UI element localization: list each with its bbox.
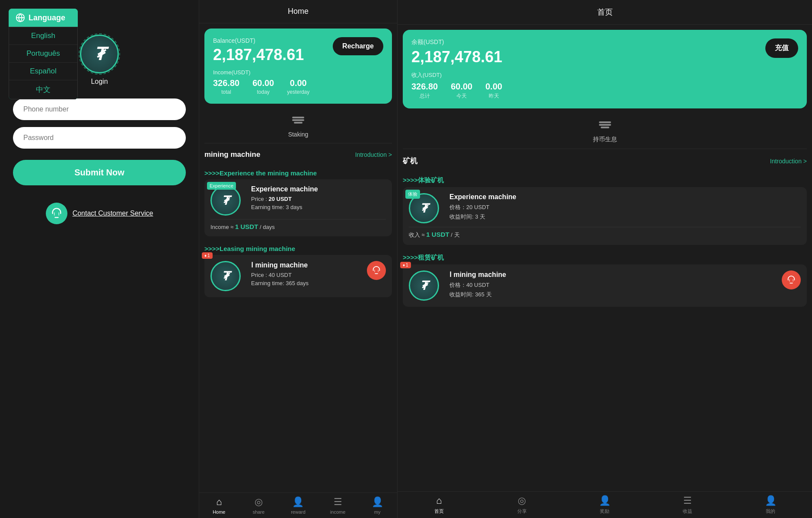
experience-machine-price: Price : 20 USDT [251,196,386,202]
right-leasing-machine-coin: ₮ [409,270,439,301]
mining-intro-link[interactable]: Introduction > [355,151,392,158]
customer-service-text[interactable]: Contact Customer Service [73,210,153,217]
right-income-yesterday: 0.00 昨天 [485,82,502,100]
nav-home-label: Home [213,509,225,515]
leasing-machine-price: Price : 40 USDT [251,272,386,278]
right-experience-machine-logo-wrap: 体验 ₮ [409,193,443,223]
home-icon: ⌂ [216,496,222,508]
staking-section[interactable]: Staking [204,109,392,143]
experience-machine-income: Income ≈ 1 USDT / days [210,219,386,230]
login-form: Submit Now [9,99,190,185]
leasing-machine-card[interactable]: ♦ 1 ₮ Ⅰ mining machine Price : 40 USDT E… [204,255,392,297]
right-leasing-machine-name: Ⅰ mining machine [449,270,801,279]
right-bottom-nav: ⌂ 首页 ◎ 分享 👤 奖励 ☰ 收益 👤 我的 [398,491,812,518]
lang-english[interactable]: English [9,27,77,45]
submit-button[interactable]: Submit Now [13,160,186,185]
right-balance-label: 余额(USDT) [411,38,798,46]
svg-rect-6 [599,124,611,126]
leasing-machine-info: Ⅰ mining machine Price : 40 USDT Earning… [251,261,386,288]
right-mining-intro-link[interactable]: Introduction > [770,158,807,165]
right-income-total: 326.80 总计 [411,82,438,100]
lang-spanish[interactable]: Español [9,63,77,80]
nav-income[interactable]: ☰ income [318,496,358,515]
lang-portuguese[interactable]: Português [9,45,77,63]
right-income-stats: 326.80 总计 60.00 今天 0.00 昨天 [411,82,798,100]
right-recharge-button[interactable]: 充值 [765,38,798,58]
leasing-machine-section: >>>>Leasing mining machine ♦ 1 ₮ Ⅰ minin… [204,242,392,297]
experience-machine-name: Experience machine [251,185,386,193]
nav-my-label: my [374,509,381,515]
right-nav-share[interactable]: ◎ 分享 [481,495,564,515]
right-experience-machine-card[interactable]: 体验 ₮ Experience machine 价格：20 USDT 收益时间:… [403,187,807,245]
language-dropdown[interactable]: Language English Português Español 中文 [9,9,78,99]
customer-service-link[interactable]: Contact Customer Service [46,203,153,224]
experience-machine-inner: Experience ₮ Experience machine Price : … [210,185,386,216]
right-nav-home[interactable]: ⌂ 首页 [398,495,481,515]
right-experience-machine-income: 收入 ≈ 1 USDT / 天 [409,227,801,239]
experience-machine-coin: ₮ [210,185,241,216]
password-input[interactable] [13,127,186,149]
svg-rect-4 [294,122,303,124]
leasing-machine-time: Earning time: 365 days [251,280,386,286]
right-experience-machine-inner: 体验 ₮ Experience machine 价格：20 USDT 收益时间:… [409,193,801,223]
right-panel: 首页 余额(USDT) 2,187,478.61 充值 收入(USDT) 326… [398,0,812,518]
recharge-button[interactable]: Recharge [333,37,383,55]
phone-input[interactable] [13,99,186,120]
lang-chinese[interactable]: 中文 [9,80,77,99]
right-staking-section[interactable]: 持币生息 [403,114,807,149]
income-icon: ☰ [334,496,342,508]
language-header-btn[interactable]: Language [9,9,78,27]
nav-home[interactable]: ⌂ Home [199,496,239,515]
right-nav-reward-label: 奖励 [600,508,609,515]
right-income-today-value: 60.00 [451,82,472,92]
right-income-yesterday-label: 昨天 [489,92,499,100]
right-nav-my-label: 我的 [766,508,775,515]
right-nav-home-label: 首页 [434,508,444,515]
staking-label: Staking [288,131,309,138]
right-income-today: 60.00 今天 [451,82,472,100]
svg-rect-7 [601,127,609,128]
leasing-machine-inner: ₮ Ⅰ mining machine Price : 40 USDT Earni… [210,261,386,291]
right-nav-my[interactable]: 👤 我的 [729,495,812,515]
right-my-icon: 👤 [765,495,777,506]
right-leasing-machine-card[interactable]: ♦ 1 ₮ Ⅰ mining machine 价格：40 USDT 收益时间: … [403,264,807,307]
right-diamond-badge: ♦ 1 [400,262,411,268]
right-home-icon: ⌂ [436,495,442,506]
right-income-today-label: 今天 [456,92,467,100]
mining-title: mining machine [204,150,260,159]
staking-icon [291,114,305,129]
middle-header: Home [199,0,397,23]
leasing-coin-symbol: ₮ [222,269,229,283]
leasing-section-title: >>>>Leasing mining machine [204,245,392,252]
right-nav-income[interactable]: ☰ 收益 [646,495,729,515]
right-staking-svg-icon [598,119,612,131]
diamond-count: 1 [207,253,210,258]
right-income-label: 收入(USDT) [411,71,798,79]
headset-icon [51,207,63,219]
right-experience-machine-section: >>>>体验矿机 体验 ₮ Experience machine 价格：20 U… [403,173,807,245]
right-leasing-machine-price: 价格：40 USDT [449,281,801,289]
right-share-icon: ◎ [518,495,526,506]
experience-machine-card[interactable]: Experience ₮ Experience machine Price : … [204,179,392,236]
nav-my[interactable]: 👤 my [357,496,397,515]
right-nav-reward[interactable]: 👤 奖励 [564,495,646,515]
nav-share[interactable]: ◎ share [239,496,279,515]
right-experience-machine-time: 收益时间: 3 天 [449,213,801,221]
right-leasing-cs-fab[interactable] [782,270,801,289]
experience-machine-time: Earning time: 3 days [251,204,386,210]
svg-rect-3 [292,119,304,121]
income-today-label: today [257,89,270,95]
right-diamond-count: 1 [406,263,408,267]
nav-reward[interactable]: 👤 reward [278,496,318,515]
svg-rect-2 [292,117,304,118]
middle-content: Balance(USDT) 2,187,478.61 Recharge Inco… [199,23,397,493]
experience-machine-section: >>>>Experience the mining machine Experi… [204,166,392,236]
right-experience-section-title: >>>>体验矿机 [403,176,807,184]
globe-icon [16,13,25,22]
right-content: 余额(USDT) 2,187,478.61 充值 收入(USDT) 326.80… [398,25,812,491]
right-leasing-coin-symbol: ₮ [420,279,428,293]
diamond-badge: ♦ 1 [202,252,213,259]
income-total-label: total [221,89,231,95]
experience-machine-info: Experience machine Price : 20 USDT Earni… [251,185,386,212]
leasing-cs-fab[interactable] [367,261,386,280]
